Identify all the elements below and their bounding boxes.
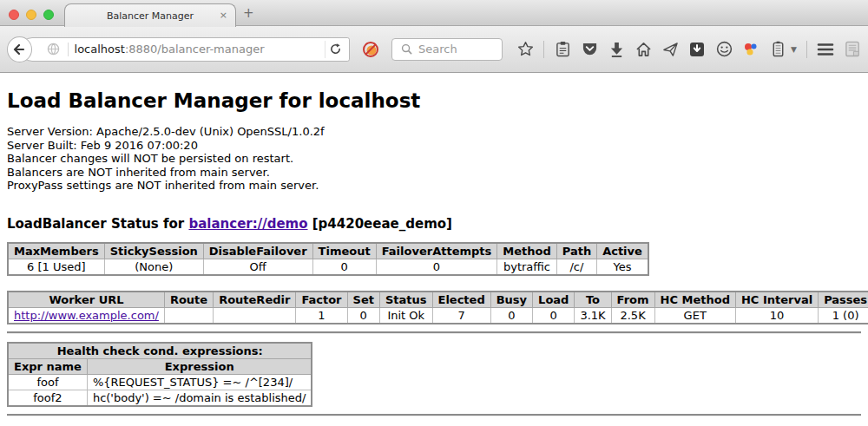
balancer-settings-table: MaxMembers StickySession DisableFailover… <box>7 242 649 276</box>
minimize-window-button[interactable] <box>26 10 36 20</box>
cell-maxmembers: 6 [1 Used] <box>8 259 104 275</box>
col-header-passes: Passes <box>819 292 868 308</box>
send-tab-icon[interactable] <box>661 41 679 58</box>
back-arrow-icon <box>10 41 28 58</box>
clipboard-icon[interactable] <box>554 41 571 58</box>
downloads-icon[interactable] <box>608 41 625 58</box>
chevron-down-icon[interactable]: ▼ <box>791 45 797 54</box>
col-header-maxmembers: MaxMembers <box>8 243 104 259</box>
worker-url-link[interactable]: http://www.example.com/ <box>14 309 159 322</box>
cell-routeredir <box>214 307 296 324</box>
proxypass-warning-line: ProxyPass settings are NOT inherited fro… <box>7 179 861 193</box>
table-row: 6 [1 Used] (None) Off 0 0 bytraffic /c/ … <box>8 259 648 275</box>
col-header-expr-name: Expr name <box>8 358 87 374</box>
heading-prefix: LoadBalancer Status for <box>7 216 188 232</box>
cell-to: 3.1K <box>575 307 611 324</box>
col-header-expression: Expression <box>87 358 312 374</box>
server-version-line: Server Version: Apache/2.5.0-dev (Unix) … <box>7 125 861 139</box>
close-window-button[interactable] <box>9 10 19 20</box>
col-header-load: Load <box>533 292 575 308</box>
col-header-failoverattempts: FailoverAttempts <box>376 243 497 259</box>
balancer-demo-link[interactable]: balancer://demo <box>188 216 307 232</box>
col-header-stickysession: StickySession <box>104 243 203 259</box>
url-bar[interactable]: localhost:8880/balancer-manager <box>20 37 351 62</box>
cell-expression: hc('body') =~ /domain is established/ <box>87 390 312 406</box>
menu-hamburger-icon[interactable] <box>817 41 834 58</box>
cell-expr-name: foof <box>8 374 87 390</box>
table-header-row: Expr name Expression <box>8 358 312 374</box>
cell-hc-interval: 10 <box>735 307 818 324</box>
cell-factor: 1 <box>296 307 347 324</box>
tab-title: Balancer Manager <box>107 10 194 22</box>
page-bottom-divider <box>7 414 861 416</box>
cell-from: 2.5K <box>611 307 654 324</box>
page-content: Load Balancer Manager for localhost Serv… <box>0 73 868 416</box>
color-dots-extension-icon[interactable] <box>742 41 760 58</box>
browser-tab[interactable]: Balancer Manager × <box>64 3 236 27</box>
search-icon <box>398 41 415 58</box>
cell-set: 0 <box>347 307 379 324</box>
battery-extension-icon[interactable] <box>769 41 786 58</box>
url-path: :8880/balancer-manager <box>125 43 265 56</box>
navigation-toolbar: localhost:8880/balancer-manager <box>0 26 868 73</box>
pocket-icon[interactable] <box>581 41 598 58</box>
loadbalancer-status-heading: LoadBalancer Status for balancer://demo … <box>7 216 861 232</box>
table-header-row: Worker URL Route RouteRedir Factor Set S… <box>8 292 868 308</box>
cell-failoverattempts: 0 <box>376 259 497 275</box>
video-download-icon[interactable] <box>688 41 706 58</box>
server-info: Server Version: Apache/2.5.0-dev (Unix) … <box>7 125 861 193</box>
reload-button[interactable] <box>325 41 345 58</box>
back-button[interactable] <box>7 36 32 62</box>
cell-passes: 1 (0) <box>819 307 868 324</box>
server-built-line: Server Built: Feb 9 2016 07:00:20 <box>7 139 861 153</box>
new-tab-button[interactable]: + <box>243 7 254 20</box>
cell-active: Yes <box>597 259 648 275</box>
page-actions-icon[interactable] <box>844 41 861 58</box>
cell-load: 0 <box>533 307 575 324</box>
traffic-lights <box>9 10 54 20</box>
col-header-method: Method <box>497 243 556 259</box>
bookmark-star-icon[interactable] <box>516 41 534 58</box>
cell-busy: 0 <box>490 307 532 324</box>
toolbar-separator <box>806 41 807 58</box>
table-row: foof %{REQUEST_STATUS} =~ /^[234]/ <box>8 374 312 390</box>
col-header-hc-method: HC Method <box>654 292 735 308</box>
cell-path: /c/ <box>556 259 596 275</box>
zoom-window-button[interactable] <box>43 10 54 20</box>
url-text[interactable]: localhost:8880/balancer-manager <box>75 43 326 56</box>
urlbar-separator <box>68 43 69 56</box>
table-header-row: MaxMembers StickySession DisableFailover… <box>8 243 648 259</box>
plugin-blocked-icon[interactable] <box>362 41 379 58</box>
url-domain: localhost <box>75 43 125 56</box>
cell-elected: 7 <box>432 307 490 324</box>
toolbar-icons: ▼ <box>516 41 861 58</box>
cell-hc-method: GET <box>654 307 735 324</box>
col-header-timeout: Timeout <box>312 243 376 259</box>
home-icon[interactable] <box>635 41 652 58</box>
col-header-factor: Factor <box>296 292 347 308</box>
cell-method: bytraffic <box>497 259 556 275</box>
col-header-worker-url: Worker URL <box>8 292 164 308</box>
col-header-to: To <box>575 292 611 308</box>
page-title: Load Balancer Manager for localhost <box>7 73 861 112</box>
globe-icon <box>45 41 62 58</box>
persist-warning-line: Balancer changes will NOT be persisted o… <box>7 152 861 166</box>
close-tab-icon[interactable]: × <box>220 10 227 20</box>
search-bar[interactable] <box>391 38 503 61</box>
smiley-extension-icon[interactable] <box>715 41 733 58</box>
col-header-path: Path <box>556 243 596 259</box>
col-header-elected: Elected <box>432 292 490 308</box>
col-header-status: Status <box>379 292 432 308</box>
cell-route <box>164 307 213 324</box>
col-header-active: Active <box>597 243 648 259</box>
balancers-warning-line: Balancers are NOT inherited from main se… <box>7 166 861 180</box>
col-header-disablefailover: DisableFailover <box>203 243 312 259</box>
window-titlebar: Balancer Manager × + <box>0 0 868 26</box>
col-header-hc-interval: HC Interval <box>735 292 818 308</box>
cell-disablefailover: Off <box>203 259 312 275</box>
cell-stickysession: (None) <box>104 259 203 275</box>
col-header-from: From <box>611 292 654 308</box>
toolbar-separator <box>543 41 544 58</box>
col-header-route: Route <box>164 292 213 308</box>
search-input[interactable] <box>418 43 496 56</box>
